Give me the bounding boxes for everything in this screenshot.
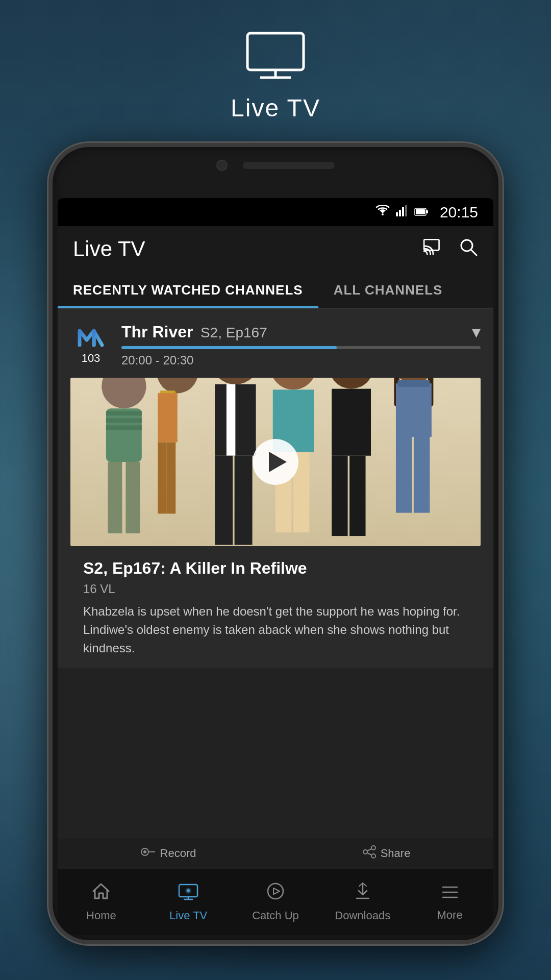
channel-time: 20:00 - 20:30: [121, 353, 481, 368]
tab-recently-watched[interactable]: RECENTLY WATCHED CHANNELS: [58, 272, 318, 308]
svg-rect-8: [426, 210, 428, 213]
content-area: 103 Thr River S2, Ep167 ▾: [58, 309, 493, 838]
speaker-bar: [243, 162, 335, 169]
live-tv-icon: [178, 882, 199, 905]
svg-rect-30: [227, 384, 235, 456]
svg-rect-20: [106, 425, 142, 430]
svg-point-62: [268, 884, 283, 899]
svg-rect-5: [402, 207, 404, 216]
wifi-icon: [375, 204, 390, 220]
app-header: Live TV: [58, 226, 493, 272]
search-icon[interactable]: [459, 237, 478, 261]
svg-line-55: [367, 849, 371, 851]
nav-item-catch-up[interactable]: Catch Up: [232, 882, 319, 922]
svg-rect-17: [106, 408, 142, 462]
status-time: 20:15: [440, 204, 478, 221]
channel-episode: S2, Ep167: [201, 325, 267, 340]
bottom-nav: Home Live TV: [58, 869, 493, 935]
video-thumbnail[interactable]: [70, 378, 481, 546]
progress-bar-container: [121, 346, 481, 349]
svg-rect-31: [215, 456, 233, 545]
more-icon: [441, 883, 459, 904]
hero-title: Live TV: [231, 94, 320, 122]
cast-icon[interactable]: [423, 237, 443, 262]
expand-icon[interactable]: ▾: [472, 322, 481, 342]
record-label: Record: [160, 847, 196, 860]
svg-rect-27: [167, 443, 176, 514]
home-icon: [91, 882, 111, 905]
channel-logo-graphic: [74, 324, 108, 350]
channel-info: Thr River S2, Ep167 ▾ 20:00 - 20:30: [121, 322, 481, 368]
action-bar: Record Share: [58, 838, 493, 869]
top-hero-section: Live TV: [0, 31, 551, 122]
svg-rect-40: [332, 456, 347, 536]
app-header-title: Live TV: [73, 237, 145, 261]
downloads-icon: [354, 882, 372, 905]
svg-rect-26: [158, 443, 166, 514]
svg-rect-22: [126, 462, 140, 533]
more-label: More: [437, 909, 463, 922]
phone-frame: 20:15 Live TV: [48, 143, 503, 944]
tv-icon: [245, 31, 306, 84]
svg-rect-0: [247, 33, 304, 70]
episode-title: S2, Ep167: A Killer In Refilwe: [83, 559, 468, 578]
svg-rect-4: [399, 210, 401, 216]
svg-rect-47: [396, 437, 412, 513]
tab-all-channels[interactable]: ALL CHANNELS: [318, 272, 458, 308]
svg-point-61: [187, 889, 190, 892]
svg-rect-41: [349, 456, 365, 536]
catch-up-icon: [266, 882, 285, 905]
svg-rect-6: [405, 205, 407, 216]
svg-rect-25: [158, 393, 177, 442]
live-tv-label: Live TV: [169, 909, 207, 922]
battery-icon: [414, 204, 429, 220]
channel-title-row: Thr River S2, Ep167 ▾: [121, 322, 481, 342]
share-action[interactable]: Share: [362, 845, 411, 863]
svg-point-54: [363, 850, 367, 854]
episode-rating: 16 VL: [83, 582, 468, 596]
svg-rect-9: [416, 209, 425, 214]
header-icons: [423, 237, 478, 262]
nav-item-more[interactable]: More: [406, 883, 493, 922]
svg-rect-48: [414, 437, 430, 513]
share-label: Share: [381, 847, 411, 860]
nav-item-home[interactable]: Home: [58, 882, 145, 922]
svg-rect-21: [108, 462, 122, 533]
svg-point-50: [143, 850, 146, 853]
svg-line-56: [367, 853, 371, 855]
svg-rect-39: [332, 389, 371, 456]
svg-rect-45: [396, 383, 432, 437]
downloads-label: Downloads: [335, 909, 390, 922]
svg-rect-19: [106, 418, 142, 423]
home-label: Home: [86, 909, 116, 922]
channel-header: 103 Thr River S2, Ep167 ▾: [70, 322, 481, 368]
svg-rect-46: [397, 380, 430, 387]
progress-bar-fill: [121, 346, 337, 349]
record-icon: [141, 845, 156, 863]
status-bar: 20:15: [58, 198, 493, 226]
svg-rect-32: [235, 456, 253, 545]
svg-point-53: [371, 854, 375, 858]
svg-point-52: [371, 846, 375, 850]
phone-top-bar: [53, 160, 498, 171]
catch-up-label: Catch Up: [252, 909, 299, 922]
svg-line-12: [471, 250, 477, 255]
signal-icon: [396, 204, 408, 220]
channel-number: 103: [82, 352, 101, 365]
episode-info: S2, Ep167: A Killer In Refilwe 16 VL Kha…: [70, 546, 481, 668]
nav-item-live-tv[interactable]: Live TV: [145, 882, 232, 922]
phone-screen: 20:15 Live TV: [58, 198, 493, 935]
play-button[interactable]: [253, 439, 298, 485]
status-icons: 20:15: [375, 204, 478, 221]
play-triangle-icon: [269, 452, 287, 472]
svg-rect-18: [106, 411, 142, 415]
record-action[interactable]: Record: [141, 845, 196, 863]
channel-logo: 103: [70, 324, 111, 365]
nav-item-downloads[interactable]: Downloads: [319, 882, 406, 922]
svg-rect-3: [396, 212, 398, 216]
channel-name: Thr River: [121, 323, 193, 341]
tabs-bar: RECENTLY WATCHED CHANNELS ALL CHANNELS: [58, 272, 493, 309]
share-icon: [362, 845, 377, 863]
camera-dot: [216, 160, 228, 171]
channel-item: 103 Thr River S2, Ep167 ▾: [58, 309, 493, 668]
